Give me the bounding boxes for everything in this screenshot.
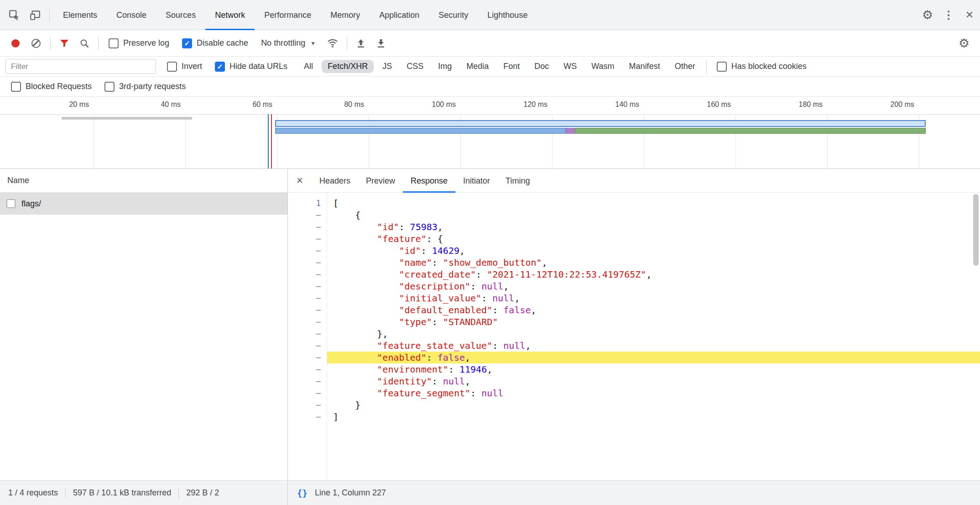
checkbox-box[interactable] — [717, 62, 727, 72]
line-number: – — [288, 245, 327, 257]
line-number: – — [288, 399, 327, 411]
code-line: – "id": 75983, — [288, 221, 980, 233]
third-party-requests-checkbox[interactable]: 3rd-party requests — [104, 82, 186, 92]
checkbox-box[interactable] — [167, 62, 177, 72]
filter-type-manifest[interactable]: Manifest — [623, 60, 666, 73]
filter-type-wasm[interactable]: Wasm — [585, 60, 620, 73]
tab-security[interactable]: Security — [429, 0, 478, 30]
clear-button[interactable] — [31, 39, 41, 48]
code-text: "environment": 11946, — [327, 363, 980, 375]
request-row[interactable]: flags/ — [0, 193, 287, 215]
overview[interactable]: 20 ms40 ms60 ms80 ms100 ms120 ms140 ms16… — [0, 97, 980, 169]
close-devtools-button[interactable]: ✕ — [959, 5, 980, 26]
hide-data-urls-checkbox[interactable]: ✓Hide data URLs — [215, 62, 287, 72]
tab-console[interactable]: Console — [107, 0, 156, 30]
close-icon: ✕ — [965, 9, 974, 21]
checkbox-box[interactable]: ✓ — [215, 62, 225, 72]
search-button[interactable] — [79, 38, 89, 48]
line-number: 1 — [288, 197, 327, 209]
tab-application[interactable]: Application — [370, 0, 429, 30]
filter-type-img[interactable]: Img — [432, 60, 458, 73]
tab-network[interactable]: Network — [205, 0, 255, 30]
code-line: – "initial_value": null, — [288, 292, 980, 304]
network-settings-button[interactable]: ⚙ — [954, 33, 975, 54]
panel-tab-bar: ElementsConsoleSourcesNetworkPerformance… — [0, 0, 980, 30]
close-detail-button[interactable]: ✕ — [288, 175, 312, 186]
filter-toggle-button[interactable] — [59, 39, 69, 48]
code-line: – "id": 14629, — [288, 245, 980, 257]
request-list: flags/ — [0, 193, 287, 215]
invert-checkbox[interactable]: Invert — [167, 62, 202, 72]
filter-type-js[interactable]: JS — [376, 60, 398, 73]
detail-tab-strip: HeadersPreviewResponseInitiatorTiming — [312, 169, 538, 193]
filter-type-css[interactable]: CSS — [401, 60, 429, 73]
filter-type-all[interactable]: All — [298, 60, 319, 73]
filter-type-fetch-xhr[interactable]: Fetch/XHR — [322, 60, 374, 73]
upload-icon — [356, 38, 366, 48]
inspect-element-button[interactable] — [4, 5, 25, 26]
network-conditions-button[interactable] — [327, 38, 338, 48]
line-number: – — [288, 340, 327, 352]
code-line: – "feature_state_value": null, — [288, 340, 980, 352]
tab-sources[interactable]: Sources — [156, 0, 205, 30]
settings-button[interactable]: ⚙ — [917, 5, 938, 26]
detail-tab-response[interactable]: Response — [403, 169, 455, 193]
name-column-header[interactable]: Name — [0, 169, 287, 193]
has-blocked-cookies-checkbox[interactable]: Has blocked cookies — [717, 62, 807, 72]
grid-line — [94, 114, 94, 168]
filter-type-doc[interactable]: Doc — [528, 60, 555, 73]
preserve-log-checkbox[interactable]: Preserve log — [109, 38, 169, 48]
code-text: "description": null, — [327, 280, 980, 292]
detail-tab-initiator[interactable]: Initiator — [455, 169, 498, 193]
disable-cache-checkbox[interactable]: ✓Disable cache — [182, 38, 248, 48]
divider — [178, 488, 179, 498]
detail-tab-timing[interactable]: Timing — [498, 169, 537, 193]
response-code: 1[– {– "id": 75983,– "feature": {– "id":… — [288, 197, 980, 423]
code-line: – "created_date": "2021-11-12T10:22:53.4… — [288, 268, 980, 280]
filter-type-media[interactable]: Media — [460, 60, 495, 73]
line-number: – — [288, 304, 327, 316]
status-bar: 1 / 4 requests 597 B / 10.1 kB transferr… — [0, 480, 980, 505]
device-toolbar-button[interactable] — [25, 5, 46, 26]
tick-label: 40 ms — [135, 100, 181, 109]
throttling-select[interactable]: No throttling ▼ — [261, 38, 316, 48]
blocked-requests-checkbox[interactable]: Blocked Requests — [11, 82, 92, 92]
tab-performance[interactable]: Performance — [255, 0, 321, 30]
wifi-icon — [327, 38, 338, 48]
checkbox-box[interactable] — [109, 38, 119, 48]
code-text: "default_enabled": false, — [327, 304, 980, 316]
inspect-cursor-icon — [8, 9, 20, 21]
line-number: – — [288, 387, 327, 399]
response-view[interactable]: 1[– {– "id": 75983,– "feature": {– "id":… — [288, 193, 980, 480]
detail-tab-headers[interactable]: Headers — [312, 169, 358, 193]
more-options-button[interactable]: ⋮ — [938, 5, 959, 26]
code-line: – }, — [288, 328, 980, 340]
tick-label: 120 ms — [502, 100, 547, 109]
checkbox-box[interactable] — [11, 82, 21, 92]
tab-lighthouse[interactable]: Lighthouse — [478, 0, 537, 30]
code-line: – "type": "STANDARD" — [288, 316, 980, 328]
filter-type-other[interactable]: Other — [669, 60, 701, 73]
import-har-button[interactable] — [356, 38, 366, 48]
pretty-print-icon[interactable]: {} — [297, 488, 308, 498]
code-text: "created_date": "2021-11-12T10:22:53.419… — [327, 268, 980, 280]
filter-type-ws[interactable]: WS — [558, 60, 583, 73]
line-number: – — [288, 328, 327, 340]
checkbox-box[interactable] — [104, 82, 115, 92]
tab-elements[interactable]: Elements — [53, 0, 107, 30]
divider — [98, 37, 99, 50]
record-button[interactable] — [11, 39, 20, 47]
divider — [347, 37, 347, 50]
export-har-button[interactable] — [376, 38, 386, 48]
gear-icon: ⚙ — [959, 36, 970, 51]
tab-memory[interactable]: Memory — [321, 0, 370, 30]
filter-type-font[interactable]: Font — [497, 60, 526, 73]
checkbox-box[interactable]: ✓ — [182, 38, 192, 48]
code-line: –] — [288, 411, 980, 423]
line-number: – — [288, 268, 327, 280]
detail-tab-preview[interactable]: Preview — [358, 169, 403, 193]
code-text: "identity": null, — [327, 375, 980, 387]
line-number: – — [288, 411, 327, 423]
vertical-scrollbar[interactable] — [973, 194, 979, 266]
filter-input[interactable] — [5, 59, 156, 74]
